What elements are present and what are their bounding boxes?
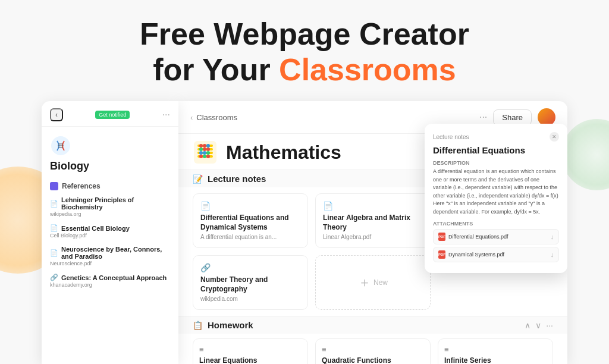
card-icon-0: 📄 bbox=[200, 201, 300, 211]
download-icon-1[interactable]: ↓ bbox=[551, 251, 554, 258]
svg-point-20 bbox=[206, 155, 210, 158]
hw-card-0[interactable]: ≡ Linear Equations Solving Linear Equati… bbox=[193, 338, 308, 364]
attachment-left-0: PDF Differential Equations.pdf bbox=[438, 233, 508, 241]
svg-point-13 bbox=[203, 148, 206, 151]
file-icon-1: 📄 bbox=[50, 224, 58, 232]
share-button[interactable]: Share bbox=[493, 109, 532, 125]
hw-card-title-0: Linear Equations bbox=[199, 356, 302, 364]
sidebar-item-title-2: 📄 Neuroscience by Bear, Connors, and Par… bbox=[50, 246, 170, 260]
hero-line2-highlight: Classrooms bbox=[279, 52, 456, 87]
sidebar-icon-area bbox=[42, 127, 178, 160]
lecture-notes-icon: 📝 bbox=[193, 174, 203, 184]
modal-description: A differential equation is an equation w… bbox=[433, 168, 559, 216]
ui-wrapper: ‹ Get notified ··· Biology References 📄 bbox=[42, 101, 567, 364]
file-icon-3: 🔗 bbox=[50, 274, 58, 281]
abacus-icon bbox=[193, 140, 218, 165]
file-icon-2: 📄 bbox=[50, 249, 58, 257]
math-title: Mathematics bbox=[226, 142, 341, 164]
hw-card-icon-1: ≡ bbox=[322, 345, 424, 354]
biology-icon bbox=[50, 135, 71, 156]
sidebar-title: Biology bbox=[42, 160, 178, 178]
new-card-label: New bbox=[373, 278, 388, 287]
hw-card-title-2: Infinite Series bbox=[444, 356, 547, 364]
lecture-card-0[interactable]: 📄 Differential Equations and Dynamical S… bbox=[193, 193, 308, 248]
homework-icon: 📋 bbox=[193, 321, 203, 330]
svg-point-14 bbox=[206, 148, 210, 151]
attachment-left-1: PDF Dynamical Systems.pdf bbox=[438, 250, 504, 259]
hero-title: Free Webpage Creator for Your Classrooms bbox=[0, 17, 609, 88]
card-icon-1: 📄 bbox=[323, 201, 423, 211]
modal-title: Differential Equations bbox=[433, 145, 559, 155]
card-title-3: Number Theory and Cryptography bbox=[200, 275, 300, 294]
sidebar: ‹ Get notified ··· Biology References 📄 bbox=[42, 101, 178, 364]
download-icon-0[interactable]: ↓ bbox=[551, 233, 554, 240]
card-icon-3: 🔗 bbox=[200, 263, 300, 272]
pdf-icon-1: PDF bbox=[438, 250, 445, 259]
attachment-name-1: Dynamical Systems.pdf bbox=[448, 252, 504, 258]
hero-line2-pre: for Your bbox=[153, 52, 279, 87]
sidebar-references-label: References bbox=[42, 178, 178, 193]
hw-collapse-up-button[interactable]: ∧ bbox=[525, 321, 530, 330]
sidebar-item-3[interactable]: 🔗 Genetics: A Conceptual Approach khanac… bbox=[42, 270, 178, 291]
add-new-card-button[interactable]: ＋ New bbox=[315, 255, 431, 310]
sidebar-item-sub-0: wikipedia.org bbox=[50, 211, 170, 217]
sidebar-item-title-0: 📄 Lehninger Principles of Biochemistry bbox=[50, 196, 170, 211]
sidebar-dots-menu[interactable]: ··· bbox=[162, 109, 170, 120]
hw-card-2[interactable]: ≡ Infinite Series Analysing the Converge… bbox=[438, 338, 553, 364]
modal-tab-label: Lecture notes bbox=[433, 134, 469, 140]
sidebar-header: ‹ Get notified ··· bbox=[42, 101, 178, 127]
sidebar-item-sub-3: khanacademy.org bbox=[50, 282, 170, 288]
svg-point-16 bbox=[203, 151, 206, 155]
main-content: ‹ Classrooms ··· Share bbox=[178, 101, 567, 364]
sidebar-item-sub-1: Cell Biology.pdf bbox=[50, 233, 170, 239]
homework-cards-grid: ≡ Linear Equations Solving Linear Equati… bbox=[178, 334, 567, 364]
hw-collapse-down-button[interactable]: ∨ bbox=[535, 321, 541, 330]
deco-circle-right bbox=[561, 119, 609, 190]
svg-point-17 bbox=[206, 151, 210, 155]
modal-close-button[interactable]: ✕ bbox=[550, 132, 559, 142]
svg-point-9 bbox=[199, 144, 203, 148]
plus-icon: ＋ bbox=[358, 274, 371, 291]
hw-dots-button[interactable]: ··· bbox=[546, 321, 553, 330]
lecture-card-3[interactable]: 🔗 Number Theory and Cryptography wikiped… bbox=[193, 255, 308, 310]
svg-point-12 bbox=[199, 148, 203, 151]
svg-point-10 bbox=[203, 144, 206, 148]
topbar-dots-button[interactable]: ··· bbox=[479, 112, 487, 123]
attachment-name-0: Differential Equations.pdf bbox=[448, 234, 508, 240]
svg-point-19 bbox=[203, 155, 206, 158]
card-title-0: Differential Equations and Dynamical Sys… bbox=[200, 214, 300, 232]
card-sub-0: A differential equation is an... bbox=[200, 234, 300, 240]
modal-description-label: Description bbox=[433, 160, 559, 166]
hw-card-1[interactable]: ≡ Quadratic Functions Exploring the Prop… bbox=[315, 338, 431, 364]
breadcrumb-text[interactable]: Classrooms bbox=[196, 113, 237, 122]
hw-card-title-1: Quadratic Functions bbox=[322, 356, 424, 364]
homework-title: 📋 Homework bbox=[193, 320, 253, 330]
pdf-icon-0: PDF bbox=[438, 233, 445, 241]
lecture-notes-title: 📝 Lecture notes bbox=[193, 174, 266, 184]
homework-section-header: 📋 Homework ∧ ∨ ··· bbox=[178, 316, 567, 334]
file-icon-0: 📄 bbox=[50, 200, 58, 208]
svg-point-11 bbox=[206, 144, 210, 148]
card-title-1: Linear Algebra and Matrix Theory bbox=[323, 214, 423, 232]
attachment-0[interactable]: PDF Differential Equations.pdf ↓ bbox=[433, 229, 559, 244]
card-sub-1: Linear Algebra.pdf bbox=[323, 234, 423, 240]
homework-controls: ∧ ∨ ··· bbox=[525, 321, 553, 330]
sidebar-item-2[interactable]: 📄 Neuroscience by Bear, Connors, and Par… bbox=[42, 242, 178, 270]
sidebar-item-0[interactable]: 📄 Lehninger Principles of Biochemistry w… bbox=[42, 193, 178, 221]
breadcrumb: ‹ Classrooms bbox=[190, 113, 237, 122]
modal-attachments-label: Attachments bbox=[433, 221, 559, 227]
attachment-1[interactable]: PDF Dynamical Systems.pdf ↓ bbox=[433, 247, 559, 262]
svg-point-18 bbox=[199, 155, 203, 158]
references-doc-icon bbox=[50, 182, 58, 190]
sidebar-item-title-3: 🔗 Genetics: A Conceptual Approach bbox=[50, 274, 170, 281]
breadcrumb-chevron-icon: ‹ bbox=[190, 113, 193, 122]
hw-card-icon-2: ≡ bbox=[444, 345, 547, 354]
card-sub-3: wikipedia.com bbox=[200, 296, 300, 302]
lecture-card-1[interactable]: 📄 Linear Algebra and Matrix Theory Linea… bbox=[315, 193, 431, 248]
hero-section: Free Webpage Creator for Your Classrooms bbox=[0, 0, 609, 99]
sidebar-back-button[interactable]: ‹ bbox=[50, 108, 63, 121]
sidebar-notify-badge: Get notified bbox=[95, 111, 130, 119]
sidebar-item-1[interactable]: 📄 Essential Cell Biology Cell Biology.pd… bbox=[42, 221, 178, 242]
hw-card-icon-0: ≡ bbox=[199, 345, 302, 354]
hero-line1: Free Webpage Creator bbox=[140, 17, 469, 51]
